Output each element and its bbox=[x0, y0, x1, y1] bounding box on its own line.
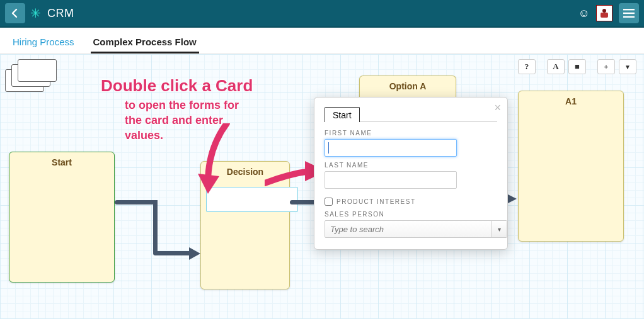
filter-button[interactable]: ▼ bbox=[619, 59, 636, 74]
app-title: CRM bbox=[47, 7, 74, 20]
connector-arrowhead-icon bbox=[189, 247, 202, 260]
main-menu-button[interactable] bbox=[619, 3, 639, 23]
flow-canvas[interactable]: ? A ■ + ▼ Start Decision Option A A1 Dou… bbox=[0, 54, 644, 319]
svg-rect-1 bbox=[601, 13, 608, 18]
add-button[interactable]: + bbox=[597, 59, 615, 74]
last-name-label: LAST NAME bbox=[325, 162, 497, 169]
text-tool-button[interactable]: A bbox=[547, 59, 565, 74]
text-caret-icon bbox=[328, 142, 329, 154]
svg-rect-4 bbox=[623, 16, 635, 18]
tab-complex-process-flow[interactable]: Complex Process Flow bbox=[91, 30, 199, 53]
sales-person-select[interactable]: ▾ bbox=[325, 220, 507, 238]
popup-close-button[interactable]: × bbox=[494, 101, 501, 115]
chevron-down-icon: ▾ bbox=[498, 226, 501, 233]
svg-rect-2 bbox=[623, 9, 635, 10]
sales-person-search-input[interactable] bbox=[325, 223, 492, 236]
top-bar: ✳ CRM ☺ bbox=[0, 0, 644, 28]
back-button[interactable] bbox=[5, 3, 25, 23]
svg-point-0 bbox=[602, 9, 606, 13]
card-form-popup: × Start FIRST NAME LAST NAME PRODUCT INT… bbox=[314, 97, 508, 250]
annotation-arrow-icon bbox=[189, 123, 246, 199]
avatar-icon bbox=[598, 7, 611, 20]
connector bbox=[153, 200, 158, 255]
help-button[interactable]: ? bbox=[518, 59, 536, 74]
user-avatar[interactable] bbox=[596, 5, 612, 21]
product-interest-checkbox[interactable] bbox=[325, 198, 333, 206]
first-name-label: FIRST NAME bbox=[325, 130, 497, 137]
connector bbox=[115, 200, 158, 204]
card-a1[interactable]: A1 bbox=[518, 91, 624, 242]
tab-strip: Hiring Process Complex Process Flow bbox=[0, 28, 644, 54]
first-name-input[interactable] bbox=[325, 139, 457, 157]
svg-rect-3 bbox=[623, 13, 635, 14]
hamburger-icon bbox=[623, 9, 635, 18]
card-a1-title: A1 bbox=[519, 91, 623, 111]
sales-person-label: SALES PERSON bbox=[325, 211, 497, 218]
card-option-a[interactable]: Option A bbox=[359, 76, 456, 99]
app-logo-icon: ✳ bbox=[30, 6, 41, 21]
feedback-icon[interactable]: ☺ bbox=[578, 7, 590, 20]
card-option-a-title: Option A bbox=[360, 76, 456, 96]
card-start-title: Start bbox=[9, 152, 114, 172]
annotation.line4: values. bbox=[125, 128, 163, 143]
fill-tool-button[interactable]: ■ bbox=[568, 59, 586, 74]
popup-tab-start[interactable]: Start bbox=[325, 107, 360, 122]
arrow-left-icon bbox=[10, 8, 20, 18]
connector bbox=[153, 251, 192, 255]
last-name-input[interactable] bbox=[325, 171, 457, 189]
product-interest-label: PRODUCT INTEREST bbox=[336, 198, 416, 205]
tab-hiring-process[interactable]: Hiring Process bbox=[10, 30, 77, 53]
dropdown-toggle[interactable]: ▾ bbox=[492, 221, 507, 237]
card-start[interactable]: Start bbox=[9, 152, 115, 283]
annotation-heading: Double click a Card bbox=[101, 76, 253, 96]
annotation-line: to open the forms for bbox=[125, 98, 239, 113]
canvas-toolbar: ? A ■ + ▼ bbox=[518, 59, 636, 74]
